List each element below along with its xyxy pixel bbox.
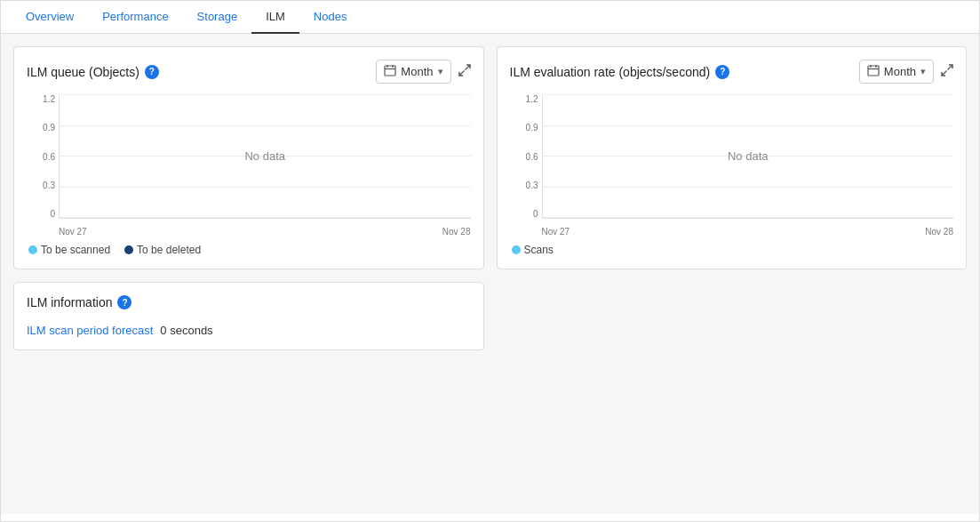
card2-controls: Month ▾ [859,60,953,84]
x-label-1-start: Nov 27 [59,227,87,237]
ilm-info-title-group: ILM information ? [27,295,471,309]
tabs-bar: Overview Performance Storage ILM Nodes [1,1,979,34]
legend-dot-delete [124,245,133,254]
card2-chart-area: 1.2 0.9 0.6 0.3 0 [510,94,954,237]
card2-legend: Scans [510,244,954,256]
legend-item-scan: To be scanned [28,244,110,256]
ilm-queue-card: ILM queue (Objects) ? [13,46,484,269]
svg-rect-6 [868,66,879,76]
tab-storage[interactable]: Storage [183,1,252,34]
card1-no-data: No data [60,94,471,218]
page-container: Overview Performance Storage ILM Nodes I… [0,0,980,522]
y-label-2-4: 0 [533,209,538,219]
y-label-2-2: 0.6 [526,152,538,162]
tab-overview[interactable]: Overview [12,1,88,34]
legend-label-delete: To be deleted [137,244,201,256]
card2-month-dropdown[interactable]: Month ▾ [859,60,934,84]
charts-row: ILM queue (Objects) ? [13,46,967,269]
y-label-1-4: 0 [50,209,55,219]
y-label-2-3: 0.3 [526,181,538,190]
bottom-row: ILM information ? ILM scan period foreca… [13,282,967,350]
ilm-scan-period-link[interactable]: ILM scan period forecast [27,324,153,337]
card2-header: ILM evaluation rate (objects/second) ? [510,60,954,84]
card2-chart-inner: No data [542,94,954,219]
card2-help-icon[interactable]: ? [715,65,729,79]
card1-controls: Month ▾ [376,60,470,84]
calendar-icon-2 [867,64,880,79]
ilm-info-title: ILM information [27,295,112,309]
calendar-icon-1 [384,64,396,79]
card1-help-icon[interactable]: ? [145,65,159,79]
svg-line-11 [942,71,947,76]
svg-line-10 [948,65,953,70]
svg-rect-0 [385,66,395,76]
x-label-2-start: Nov 27 [542,227,570,237]
chevron-icon-2: ▾ [920,66,926,77]
card2-expand-icon[interactable] [941,64,953,79]
tab-nodes[interactable]: Nodes [299,1,362,34]
legend-item-scans: Scans [512,244,554,256]
tab-ilm[interactable]: ILM [251,1,299,34]
y-label-2-0: 1.2 [526,94,538,104]
card1-dropdown-label: Month [401,65,433,78]
tab-performance[interactable]: Performance [88,1,182,34]
y-label-1-0: 1.2 [43,94,55,104]
legend-dot-scans [512,245,521,254]
ilm-info-help-icon[interactable]: ? [117,295,131,309]
card1-x-labels: Nov 27 Nov 28 [59,227,471,237]
legend-label-scan: To be scanned [41,244,110,256]
svg-line-4 [465,65,470,70]
legend-dot-scan [28,245,37,254]
legend-label-scans: Scans [524,244,554,256]
ilm-eval-card: ILM evaluation rate (objects/second) ? [497,46,968,269]
x-label-1-end: Nov 28 [442,227,471,237]
card1-legend: To be scanned To be deleted [27,244,471,256]
main-content: ILM queue (Objects) ? [1,34,979,514]
card1-title-group: ILM queue (Objects) ? [27,65,159,79]
card2-title-group: ILM evaluation rate (objects/second) ? [510,65,730,79]
ilm-scan-period-value: 0 seconds [160,324,212,337]
card2-dropdown-label: Month [884,65,916,78]
y-label-2-1: 0.9 [526,123,538,133]
card1-expand-icon[interactable] [458,64,471,79]
card2-title: ILM evaluation rate (objects/second) [510,65,711,79]
y-label-1-3: 0.3 [43,181,55,190]
legend-item-delete: To be deleted [124,244,201,256]
card2-no-data: No data [543,94,954,218]
card1-header: ILM queue (Objects) ? [27,60,471,84]
chevron-icon-1: ▾ [438,66,443,77]
ilm-info-card: ILM information ? ILM scan period foreca… [13,282,484,350]
card1-y-axis: 1.2 0.9 0.6 0.3 0 [27,94,59,219]
ilm-info-row: ILM scan period forecast 0 seconds [27,324,471,337]
x-label-2-end: Nov 28 [925,227,953,237]
svg-line-5 [459,71,465,76]
card1-title: ILM queue (Objects) [27,65,139,79]
y-label-1-1: 0.9 [43,123,55,133]
card1-month-dropdown[interactable]: Month ▾ [376,60,450,84]
card1-chart-area: 1.2 0.9 0.6 0.3 0 [27,94,471,237]
card1-chart-inner: No data [59,94,471,219]
y-label-1-2: 0.6 [43,152,55,162]
card2-x-labels: Nov 27 Nov 28 [542,227,954,237]
card2-y-axis: 1.2 0.9 0.6 0.3 0 [510,94,542,219]
